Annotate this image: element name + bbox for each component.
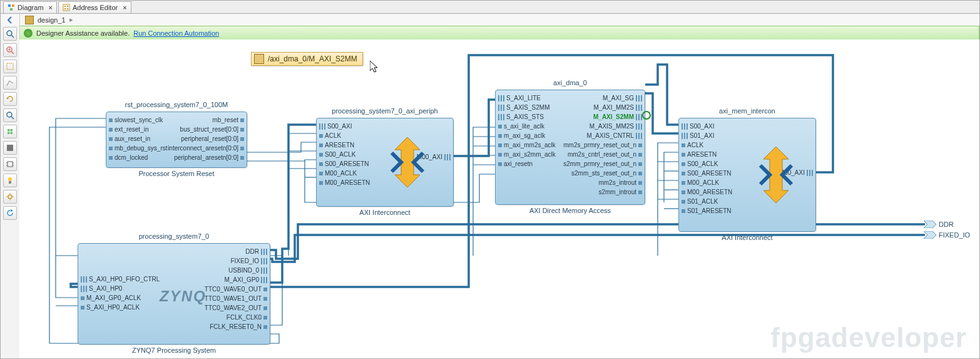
port[interactable]: S00_ARESETN <box>681 169 732 177</box>
port[interactable]: M00_ARESETN <box>319 179 370 187</box>
highlight-button[interactable] <box>3 174 17 187</box>
select-tool-button[interactable] <box>3 60 17 73</box>
port[interactable]: S_AXI_LITE <box>498 94 556 102</box>
port[interactable]: peripheral_aresetn[0:0] <box>168 153 244 162</box>
port[interactable]: S00_ACLK <box>681 160 732 168</box>
port[interactable]: DDR <box>205 247 267 256</box>
block-processing-system7[interactable]: processing_system7_0 S_AXI_HP0_FIFO_CTRL… <box>78 243 270 345</box>
port[interactable]: ACLK <box>681 141 732 149</box>
port[interactable]: TTC0_WAVE2_OUT <box>205 304 267 312</box>
port[interactable]: ARESETN <box>319 141 370 149</box>
block-title: axi_dma_0 <box>496 79 645 86</box>
interconnect-icon <box>385 134 429 190</box>
assist-text: Designer Assistance available. <box>36 29 130 37</box>
port[interactable]: S01_ARESETN <box>681 207 732 215</box>
port-m-axi-s2mm[interactable]: M_AXI_S2MM <box>563 113 642 121</box>
port[interactable]: mb_debug_sys_rst <box>109 144 168 152</box>
port[interactable]: S_AXI_HP0_ACLK <box>81 303 160 311</box>
port[interactable]: s2mm_sts_reset_out_n <box>563 169 642 177</box>
port[interactable]: FCLK_RESET0_N <box>205 323 267 331</box>
port[interactable]: M00_ACLK <box>681 179 732 187</box>
port[interactable]: S00_ARESETN <box>319 160 370 168</box>
port[interactable]: s2mm_introut <box>563 188 642 196</box>
port[interactable]: slowest_sync_clk <box>109 116 168 124</box>
zoom-fit-button[interactable] <box>3 27 17 41</box>
port[interactable]: S_AXI_HP0 <box>81 284 160 293</box>
close-icon[interactable]: × <box>49 4 53 11</box>
block-type: AXI Direct Memory Access <box>496 207 645 214</box>
port[interactable]: TTC0_WAVE1_OUT <box>205 294 267 303</box>
port[interactable]: mm2s_introut <box>563 179 642 187</box>
port[interactable]: ext_reset_in <box>109 125 168 133</box>
port[interactable]: mb_reset <box>168 116 244 124</box>
port[interactable]: M_AXI_GP0_ACLK <box>81 294 160 302</box>
address-editor-icon <box>63 4 70 11</box>
port[interactable]: M_AXI_GP0 <box>205 276 267 284</box>
port[interactable]: m_axi_s2mm_aclk <box>498 150 556 159</box>
breadcrumb-bar: design_1 ▸ <box>1 14 979 26</box>
port[interactable]: interconnect_aresetn[0:0] <box>168 144 244 152</box>
svg-rect-4 <box>64 6 66 7</box>
block-axi-dma[interactable]: axi_dma_0 S_AXI_LITE S_AXIS_S2MM S_AXIS_… <box>495 90 645 205</box>
port[interactable]: FIXED_IO <box>205 257 267 265</box>
port[interactable]: axi_resetn <box>498 160 556 168</box>
svg-marker-35 <box>924 221 936 228</box>
tooltip-path: /axi_dma_0/M_AXI_S2MM <box>268 55 357 63</box>
tab-diagram[interactable]: Diagram × <box>3 1 57 13</box>
port[interactable]: ACLK <box>319 132 370 140</box>
port[interactable]: ARESETN <box>681 150 732 159</box>
ip-chip-button[interactable] <box>3 157 17 171</box>
port[interactable]: dcm_locked <box>109 153 168 162</box>
port[interactable]: S_AXIS_STS <box>498 113 556 121</box>
tab-address-editor[interactable]: Address Editor × <box>58 1 131 13</box>
port[interactable]: S00_AXI <box>319 122 370 130</box>
block-axi-mem-intercon[interactable]: axi_mem_intercon S00_AXI S01_AXI ACLK AR… <box>678 118 816 232</box>
toolbar-back-button[interactable] <box>1 14 20 26</box>
port[interactable]: aux_reset_in <box>109 135 168 143</box>
port[interactable]: M_AXIS_MM2S <box>563 122 642 130</box>
port[interactable]: S00_AXI <box>681 122 732 130</box>
port[interactable]: M_AXIS_CNTRL <box>563 132 642 140</box>
external-port-fixed-io[interactable]: FIXED_IO <box>924 231 970 239</box>
zoom-in-button[interactable] <box>3 43 17 57</box>
block-rst-processing-system7[interactable]: rst_processing_system7_0_100M slowest_sy… <box>106 112 247 168</box>
port[interactable]: TTC0_WAVE0_OUT <box>205 285 267 293</box>
port[interactable]: S_AXI_HP0_FIFO_CTRL <box>81 275 160 283</box>
port[interactable]: s_axi_lite_aclk <box>498 122 556 130</box>
close-icon[interactable]: × <box>123 4 126 11</box>
svg-rect-14 <box>7 63 13 70</box>
port[interactable]: USBIND_0 <box>205 266 267 274</box>
port[interactable]: mm2s_cntrl_reset_out_n <box>563 150 642 159</box>
port[interactable]: s2mm_prmry_reset_out_n <box>563 160 642 168</box>
port[interactable]: peripheral_reset[0:0] <box>168 135 244 143</box>
port[interactable]: S00_ACLK <box>319 150 370 159</box>
port[interactable]: M00_ACLK <box>319 169 370 177</box>
port[interactable]: S_AXIS_S2MM <box>498 103 556 112</box>
svg-rect-0 <box>8 4 11 7</box>
block-axi-periph[interactable]: processing_system7_0_axi_periph S00_AXI … <box>316 118 454 207</box>
port[interactable]: m_axi_mm2s_aclk <box>498 141 556 149</box>
external-port-ddr[interactable]: DDR <box>924 221 954 228</box>
svg-point-8 <box>7 31 12 36</box>
settings-button[interactable] <box>3 190 17 204</box>
port[interactable]: M_AXI_MM2S <box>563 103 642 112</box>
refresh-button[interactable] <box>3 206 17 220</box>
port[interactable]: S01_AXI <box>681 132 732 140</box>
port[interactable]: FCLK_CLK0 <box>205 313 267 321</box>
run-connection-automation-link[interactable]: Run Connection Automation <box>133 29 219 37</box>
block-title: processing_system7_0 <box>78 232 270 240</box>
rotate-tool-button[interactable] <box>3 92 17 106</box>
magnify-button[interactable] <box>3 108 17 122</box>
port[interactable]: S01_ACLK <box>681 197 732 206</box>
port[interactable]: bus_struct_reset[0:0] <box>168 125 244 133</box>
breadcrumb[interactable]: design_1 ▸ <box>20 16 78 24</box>
port[interactable]: M00_ARESETN <box>681 188 732 196</box>
port[interactable]: m_axi_sg_aclk <box>498 132 556 140</box>
port[interactable]: mm2s_prmry_reset_out_n <box>563 141 642 149</box>
port[interactable]: M_AXI_SG <box>563 94 642 102</box>
bus-interface-icon <box>254 54 264 64</box>
block-design-canvas[interactable]: rst_processing_system7_0_100M slowest_sy… <box>19 39 979 358</box>
add-ip-button[interactable] <box>3 125 17 138</box>
connect-tool-button[interactable] <box>3 76 17 90</box>
validate-button[interactable] <box>3 141 17 155</box>
